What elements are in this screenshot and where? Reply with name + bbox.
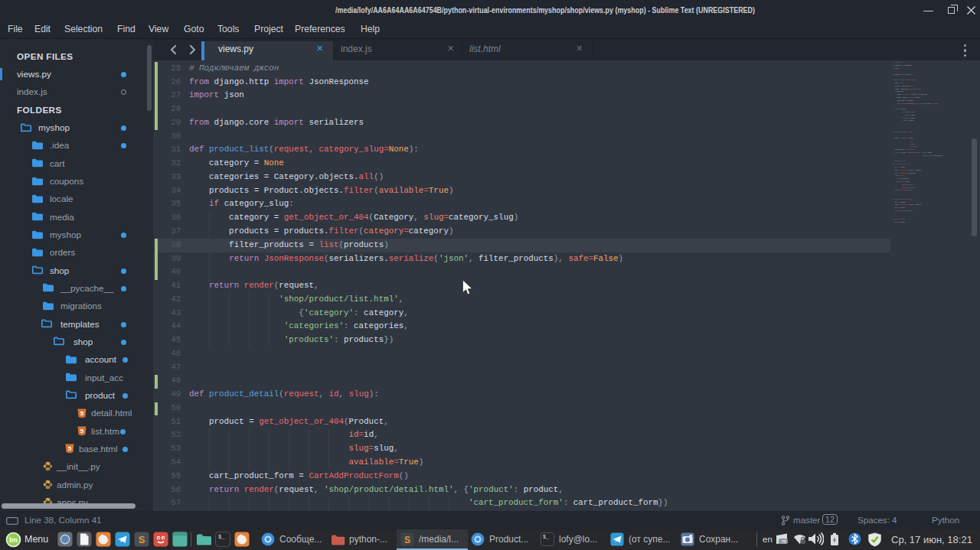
svg-text:S: S bbox=[404, 535, 410, 545]
svg-text:$_: $_ bbox=[218, 534, 225, 540]
svg-text:$_: $_ bbox=[543, 535, 549, 540]
svg-text:5: 5 bbox=[68, 445, 72, 452]
svg-text:S: S bbox=[139, 534, 145, 545]
svg-text:5: 5 bbox=[80, 428, 84, 434]
svg-text:.75: .75 bbox=[780, 539, 786, 544]
svg-text:5: 5 bbox=[80, 410, 84, 417]
svg-text:lm: lm bbox=[9, 535, 18, 544]
